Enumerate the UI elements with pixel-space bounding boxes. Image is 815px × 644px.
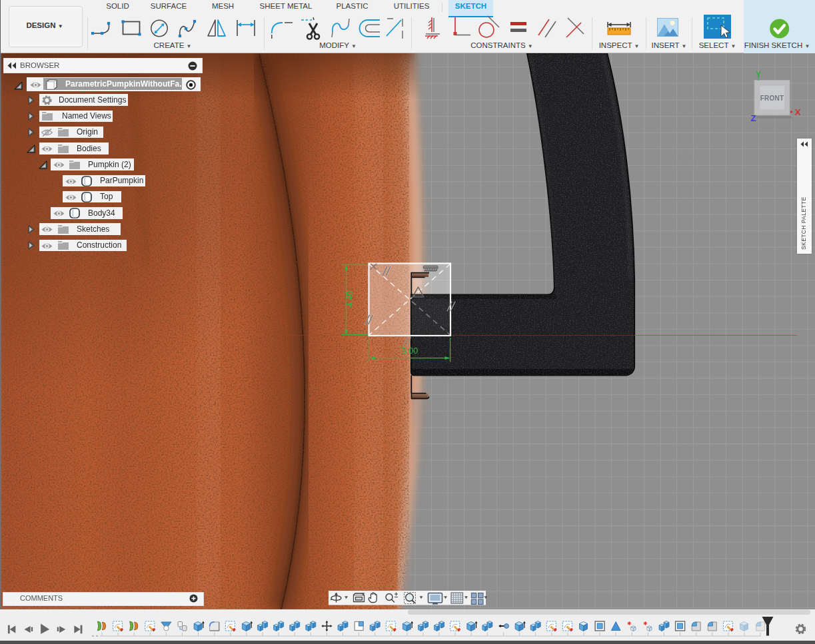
svg-text:Y: Y — [756, 69, 762, 79]
svg-text:Z: Z — [750, 113, 756, 123]
svg-text:X: X — [794, 107, 800, 117]
svg-text:FRONT: FRONT — [760, 95, 784, 102]
svg-text:5.00: 5.00 — [402, 346, 418, 356]
svg-text:4.40: 4.40 — [345, 291, 355, 307]
